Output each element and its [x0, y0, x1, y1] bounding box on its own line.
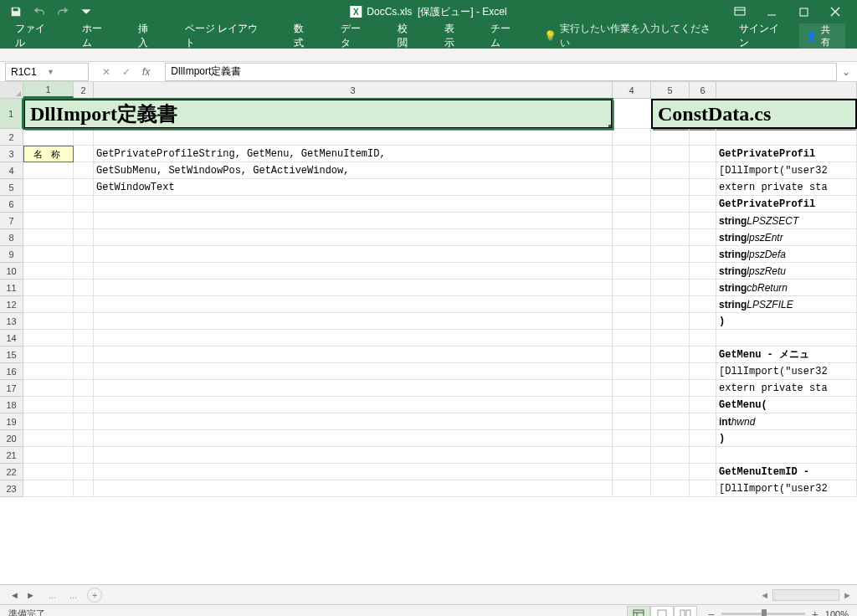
tab-data[interactable]: データ	[337, 18, 374, 54]
cell[interactable]	[613, 397, 651, 413]
cell[interactable]: ConstData.cs	[651, 99, 857, 129]
row-header[interactable]: 19	[0, 413, 23, 430]
row-header[interactable]: 10	[0, 263, 23, 280]
cell[interactable]	[690, 162, 716, 179]
cell[interactable]	[94, 280, 613, 296]
cell[interactable]	[651, 280, 690, 296]
close-icon[interactable]	[827, 3, 844, 20]
cell[interactable]	[613, 196, 651, 213]
cell[interactable]	[94, 380, 613, 397]
cell[interactable]: GetPrivateProfil	[716, 146, 857, 162]
cell[interactable]: string lpszEntr	[716, 229, 857, 246]
cell[interactable]	[23, 213, 74, 229]
undo-icon[interactable]	[28, 2, 50, 22]
cell[interactable]	[94, 196, 613, 213]
row-header[interactable]: 11	[0, 280, 23, 296]
cell[interactable]	[74, 129, 94, 146]
cell[interactable]	[74, 413, 94, 430]
enter-icon[interactable]: ✓	[122, 66, 131, 78]
cell[interactable]	[651, 246, 690, 263]
tab-overflow-right[interactable]: ...	[63, 590, 84, 600]
cell[interactable]: [DllImport("user32	[716, 162, 857, 179]
tab-home[interactable]: ホーム	[79, 18, 115, 54]
row-header[interactable]: 6	[0, 196, 23, 213]
row-header[interactable]: 8	[0, 229, 23, 246]
expand-formula-icon[interactable]: ⌄	[842, 66, 857, 78]
cell[interactable]	[690, 129, 716, 146]
cell[interactable]	[94, 213, 613, 229]
row-header[interactable]: 20	[0, 430, 23, 447]
tab-formulas[interactable]: 数式	[290, 18, 317, 54]
horizontal-scrollbar[interactable]: ◄ ►	[760, 589, 857, 601]
cell[interactable]	[690, 480, 716, 497]
cell[interactable]	[23, 380, 74, 397]
cell[interactable]	[74, 246, 94, 263]
grid-body[interactable]: 1DllImport定義書ConstData.cs23名 称GetPrivate…	[0, 99, 857, 497]
cell[interactable]	[94, 397, 613, 413]
cell[interactable]	[23, 413, 74, 430]
tab-overflow-left[interactable]: ...	[42, 590, 63, 600]
cell[interactable]	[651, 296, 690, 313]
zoom-level[interactable]: 100%	[825, 609, 849, 617]
formula-input[interactable]: DllImport定義書	[165, 63, 837, 81]
cell[interactable]	[716, 129, 857, 146]
tab-file[interactable]: ファイル	[12, 18, 59, 54]
tab-view[interactable]: 表示	[441, 18, 468, 54]
cell[interactable]	[690, 246, 716, 263]
cell[interactable]	[690, 430, 716, 447]
name-box[interactable]: R1C1 ▼	[5, 63, 89, 81]
cell[interactable]	[690, 380, 716, 397]
ribbon-display-icon[interactable]	[731, 3, 748, 20]
cell[interactable]	[23, 447, 74, 464]
cell[interactable]	[94, 263, 613, 280]
cell[interactable]	[651, 480, 690, 497]
cell[interactable]: int hwnd	[716, 413, 857, 430]
cell[interactable]	[23, 480, 74, 497]
column-header[interactable]: 5	[651, 82, 690, 98]
cell[interactable]	[690, 363, 716, 380]
cell[interactable]	[94, 229, 613, 246]
tell-me[interactable]: 実行したい作業を入力してください	[560, 22, 719, 50]
cell[interactable]	[613, 99, 651, 129]
cell[interactable]: DllImport定義書	[23, 99, 613, 129]
cell[interactable]	[651, 146, 690, 162]
column-header[interactable]: 6	[690, 82, 716, 98]
cell[interactable]: GetWindowText	[94, 179, 613, 196]
cell[interactable]	[613, 280, 651, 296]
cell[interactable]	[613, 430, 651, 447]
view-page-break-icon[interactable]	[674, 606, 697, 617]
row-header[interactable]: 22	[0, 464, 23, 480]
cell[interactable]	[94, 363, 613, 380]
minimize-icon[interactable]	[763, 3, 780, 20]
cell[interactable]	[23, 464, 74, 480]
cell[interactable]	[613, 447, 651, 464]
cell[interactable]	[651, 263, 690, 280]
cell[interactable]	[716, 330, 857, 346]
row-header[interactable]: 17	[0, 380, 23, 397]
cell[interactable]: string lpszRetu	[716, 263, 857, 280]
column-header[interactable]	[716, 82, 857, 98]
cell[interactable]	[690, 397, 716, 413]
cell[interactable]: string cbReturn	[716, 280, 857, 296]
cell[interactable]	[94, 129, 613, 146]
tab-nav-next-icon[interactable]: ►	[26, 590, 35, 600]
cell[interactable]	[23, 179, 74, 196]
cell[interactable]	[613, 129, 651, 146]
cell[interactable]	[94, 480, 613, 497]
fx-icon[interactable]: fx	[142, 66, 157, 78]
cell[interactable]: GetMenu - メニュ	[716, 346, 857, 363]
cell[interactable]	[23, 162, 74, 179]
tab-team[interactable]: チーム	[487, 18, 524, 54]
cell[interactable]	[613, 363, 651, 380]
cell[interactable]	[613, 263, 651, 280]
cell[interactable]	[690, 179, 716, 196]
cell[interactable]	[23, 346, 74, 363]
cell[interactable]: GetMenu(	[716, 397, 857, 413]
cell[interactable]	[690, 296, 716, 313]
cell[interactable]	[651, 464, 690, 480]
cell[interactable]	[690, 330, 716, 346]
cell[interactable]	[74, 330, 94, 346]
cell[interactable]	[690, 146, 716, 162]
cell[interactable]	[74, 213, 94, 229]
share-button[interactable]: 👤共有	[799, 22, 846, 50]
